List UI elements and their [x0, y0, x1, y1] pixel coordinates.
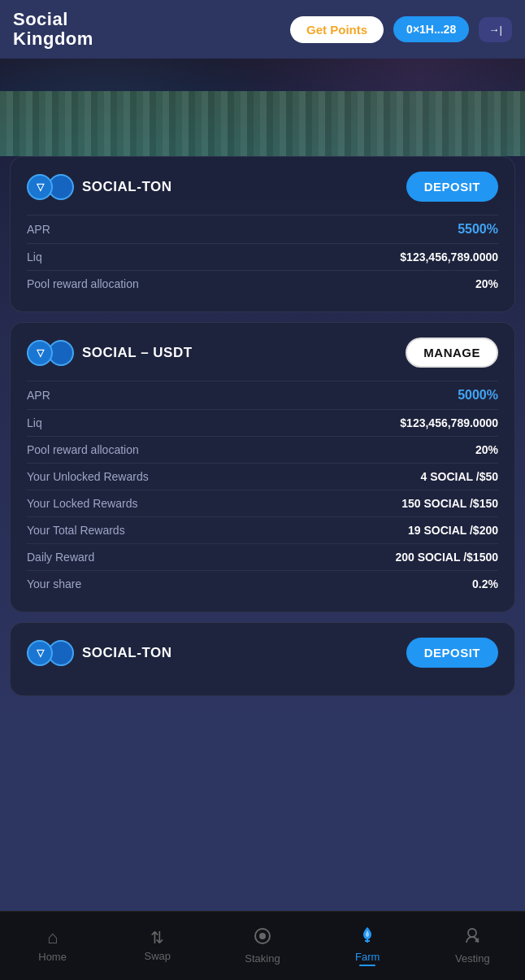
vesting-icon: [463, 927, 481, 948]
nav-item-vesting[interactable]: Vesting: [448, 927, 497, 965]
apr-label-2: APR: [27, 389, 50, 402]
home-icon: ⌂: [47, 929, 58, 947]
apr-value-1: 5500%: [458, 222, 498, 237]
nav-label-farm: Farm: [355, 951, 380, 966]
pool-value-1: 20%: [475, 277, 498, 290]
total-label: Your Total Rewards: [27, 524, 125, 537]
daily-reward-row: Daily Reward 200 SOCIAL /$1500: [27, 543, 498, 570]
unlocked-value: 4 SOCIAL /$50: [421, 470, 498, 483]
pool-card-social-ton-1: ▽ SOCIAL-TON DEPOSIT APR 5500% Liq $123,…: [10, 156, 515, 312]
bottom-navigation: ⌂ Home ⇅ Swap Staking Farm: [0, 911, 525, 980]
liq-row-1: Liq $123,456,789.0000: [27, 243, 498, 270]
your-share-row: Your share 0.2%: [27, 570, 498, 597]
pair-name-3: SOCIAL-TON: [82, 645, 406, 661]
nav-label-home: Home: [38, 951, 67, 963]
manage-button[interactable]: MANAGE: [406, 338, 498, 368]
token-icon-v-2: ▽: [27, 340, 53, 366]
deposit-button-2[interactable]: DEPOSIT: [406, 638, 498, 668]
main-content: ▽ SOCIAL-TON DEPOSIT APR 5500% Liq $123,…: [0, 156, 525, 719]
locked-label: Your Locked Rewards: [27, 497, 137, 510]
pixel-terrain: [0, 91, 525, 156]
apr-value-2: 5000%: [458, 388, 498, 403]
card-header-2: ▽ SOCIAL – USDT MANAGE: [27, 338, 498, 368]
total-rewards-row: Your Total Rewards 19 SOCIAL /$200: [27, 516, 498, 543]
apr-row-2: APR 5000%: [27, 381, 498, 409]
daily-label: Daily Reward: [27, 551, 94, 564]
unlocked-label: Your Unlocked Rewards: [27, 470, 149, 483]
locked-rewards-row: Your Locked Rewards 150 SOCIAL /$150: [27, 490, 498, 516]
pool-row-1: Pool reward allocation 20%: [27, 270, 498, 297]
token-icons-2: ▽: [27, 340, 74, 366]
liq-value-1: $123,456,789.0000: [400, 250, 498, 264]
hero-background: [0, 59, 525, 156]
pool-card-social-ton-2: ▽ SOCIAL-TON DEPOSIT: [10, 622, 515, 696]
token-icons-1: ▽: [27, 174, 74, 200]
pool-value-2: 20%: [475, 443, 498, 456]
nav-label-swap: Swap: [145, 950, 171, 962]
pool-label-2: Pool reward allocation: [27, 443, 139, 456]
token-icon-v-1: ▽: [27, 174, 53, 200]
apr-label-1: APR: [27, 223, 50, 236]
nav-label-vesting: Vesting: [455, 952, 490, 965]
logout-button[interactable]: →|: [479, 17, 512, 42]
total-value: 19 SOCIAL /$200: [408, 524, 498, 537]
nav-item-staking[interactable]: Staking: [238, 927, 287, 965]
app-logo: Social Kingdom: [13, 10, 280, 49]
nav-item-home[interactable]: ⌂ Home: [28, 929, 77, 963]
staking-icon: [254, 927, 271, 948]
locked-value: 150 SOCIAL /$150: [401, 497, 498, 510]
pool-row-2: Pool reward allocation 20%: [27, 436, 498, 463]
share-value: 0.2%: [472, 577, 498, 590]
nav-label-staking: Staking: [245, 952, 280, 965]
pool-card-social-usdt: ▽ SOCIAL – USDT MANAGE APR 5000% Liq $12…: [10, 322, 515, 612]
share-label: Your share: [27, 577, 81, 590]
liq-label-2: Liq: [27, 416, 42, 429]
logout-icon: →|: [488, 24, 502, 36]
liq-label-1: Liq: [27, 250, 42, 264]
get-points-button[interactable]: Get Points: [290, 16, 384, 43]
card-header-1: ▽ SOCIAL-TON DEPOSIT: [27, 172, 498, 202]
token-icon-v-3: ▽: [27, 640, 53, 666]
deposit-button-1[interactable]: DEPOSIT: [406, 172, 498, 202]
card-header-3: ▽ SOCIAL-TON DEPOSIT: [27, 638, 498, 668]
daily-value: 200 SOCIAL /$1500: [395, 551, 498, 564]
nav-item-farm[interactable]: Farm: [343, 926, 392, 966]
unlocked-rewards-row: Your Unlocked Rewards 4 SOCIAL /$50: [27, 463, 498, 490]
svg-point-4: [468, 929, 476, 937]
header: Social Kingdom Get Points 0×1H...28 →|: [0, 0, 525, 59]
apr-row-1: APR 5500%: [27, 215, 498, 243]
liq-row-2: Liq $123,456,789.0000: [27, 409, 498, 436]
pair-name-1: SOCIAL-TON: [82, 179, 406, 195]
pair-name-2: SOCIAL – USDT: [82, 345, 406, 361]
svg-point-1: [259, 933, 266, 939]
swap-icon: ⇅: [150, 930, 164, 946]
token-icons-3: ▽: [27, 640, 74, 666]
liq-value-2: $123,456,789.0000: [400, 416, 498, 429]
nav-item-swap[interactable]: ⇅ Swap: [133, 930, 182, 962]
farm-icon: [358, 926, 376, 947]
wallet-address-button[interactable]: 0×1H...28: [393, 16, 469, 42]
pool-label-1: Pool reward allocation: [27, 277, 139, 290]
